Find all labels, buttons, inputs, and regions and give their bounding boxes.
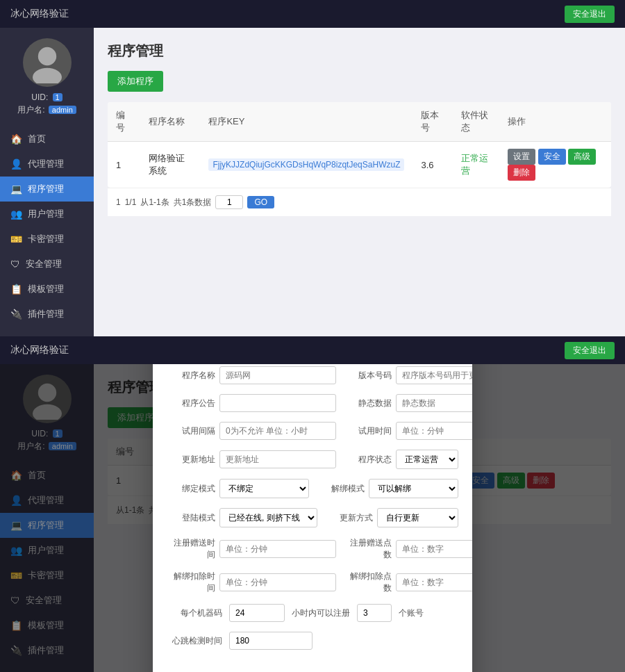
app-title-2: 冰心网络验证 xyxy=(10,344,69,357)
plugin-icon: 🔌 xyxy=(10,309,22,320)
form-row-reg-gift: 注册赠送时间 注册赠送点数 xyxy=(167,537,458,561)
form-trial-interval-half: 试用间隔 xyxy=(167,422,336,440)
app-title: 冰心网络验证 xyxy=(10,8,69,20)
agent-icon: 👤 xyxy=(10,158,22,170)
add-program-button[interactable]: 添加程序 xyxy=(108,71,163,92)
form-unbind-mode-half: 解绑模式 可以解绑 不可解绑 xyxy=(316,479,458,498)
unbind-deduct-points-label: 解绑扣除点数 xyxy=(343,571,392,594)
reg-gift-time-label: 注册赠送时间 xyxy=(167,537,215,561)
form-row-heartbeat: 心跳检测时间 xyxy=(167,632,458,650)
form-row-bind: 绑定模式 不绑定 绑定 解绑模式 可以解绑 不可解绑 xyxy=(167,479,458,498)
hour-register-input[interactable] xyxy=(357,604,392,622)
advanced-button[interactable]: 高级 xyxy=(568,149,596,165)
row-version: 3.6 xyxy=(412,142,453,188)
unbind-mode-label: 解绑模式 xyxy=(316,483,365,495)
page-number-input[interactable] xyxy=(215,195,243,209)
row-status: 正常运营 xyxy=(453,142,499,188)
row-name: 网络验证系统 xyxy=(140,142,201,188)
reg-gift-points-input[interactable] xyxy=(396,540,472,558)
unbind-deduct-points-input[interactable] xyxy=(396,573,472,591)
sidebar-item-program[interactable]: 💻 程序管理 xyxy=(0,177,94,202)
form-row-name-version: 程序名称 版本号码 xyxy=(167,366,458,384)
heartbeat-input[interactable] xyxy=(229,632,312,650)
col-action: 操作 xyxy=(499,102,611,142)
sidebar-item-card[interactable]: 🎫 卡密管理 xyxy=(0,227,94,252)
modal-body: 程序名称 版本号码 程序公告 xyxy=(153,364,472,672)
notice-label: 程序公告 xyxy=(167,398,215,409)
program-icon: 💻 xyxy=(10,183,22,195)
update-method-label: 更新方式 xyxy=(324,512,373,524)
trial-interval-input[interactable] xyxy=(219,422,336,440)
form-unbind-deduct-points-half: 解绑扣除点数 xyxy=(343,571,472,594)
svg-point-0 xyxy=(38,47,56,65)
notice-input[interactable] xyxy=(219,394,336,412)
update-method-select[interactable]: 自行更新 强制更新 xyxy=(377,508,458,527)
sidebar-item-agent[interactable]: 👤 代理管理 xyxy=(0,151,94,177)
form-reg-gift-points-half: 注册赠送点数 xyxy=(343,537,472,561)
uid-row: UID: 1 xyxy=(31,92,62,102)
row-id: 1 xyxy=(108,142,140,188)
login-mode-label: 登陆模式 xyxy=(167,512,215,524)
modal-overlay: 添加程序 × 程序名称 版本号码 xyxy=(0,364,625,672)
unbind-mode-select[interactable]: 可以解绑 不可解绑 xyxy=(369,479,458,498)
form-trial-time-half: 试用时间 xyxy=(343,422,472,440)
hour-register-label: 小时内可以注册 xyxy=(292,607,350,619)
program-status-select[interactable]: 正常运营 停止运营 xyxy=(396,450,458,469)
program-table: 编号 程序名称 程序KEY 版本号 软件状态 操作 1 网络验证系统 xyxy=(108,102,611,188)
delete-button[interactable]: 删除 xyxy=(508,165,535,181)
update-addr-input[interactable] xyxy=(219,450,336,468)
col-version: 版本号 xyxy=(412,102,453,142)
unbind-deduct-time-input[interactable] xyxy=(219,573,336,591)
program-status-label: 程序状态 xyxy=(343,454,392,466)
form-program-status-half: 程序状态 正常运营 停止运营 xyxy=(343,450,458,469)
settings-button[interactable]: 设置 xyxy=(508,149,535,165)
form-login-mode-half: 登陆模式 已经在线, 则挤下线 拒绝登录 xyxy=(167,508,317,527)
template-icon: 📋 xyxy=(10,284,22,295)
trial-time-label: 试用时间 xyxy=(343,425,392,437)
program-name-input[interactable] xyxy=(219,366,336,384)
unbind-deduct-time-label: 解绑扣除时间 xyxy=(167,571,215,594)
sidebar-item-home[interactable]: 🏠 首页 xyxy=(0,126,94,151)
form-row-update-status: 更新地址 程序状态 正常运营 停止运营 xyxy=(167,450,458,469)
sidebar-item-plugin[interactable]: 🔌 插件管理 xyxy=(0,302,94,327)
sidebar-item-template[interactable]: 📋 模板管理 xyxy=(0,277,94,302)
top-bar-2: 冰心网络验证 安全退出 xyxy=(0,336,625,364)
form-unbind-deduct-time-half: 解绑扣除时间 xyxy=(167,571,336,594)
svg-point-1 xyxy=(33,68,62,83)
col-name: 程序名称 xyxy=(140,102,201,142)
form-update-addr-half: 更新地址 xyxy=(167,450,336,468)
form-bind-mode-half: 绑定模式 不绑定 绑定 xyxy=(167,479,309,498)
version-input[interactable] xyxy=(396,366,472,384)
name-label: 程序名称 xyxy=(167,370,215,382)
table-row: 1 网络验证系统 FjjyKJJZdQiujGcKKGDsHqWqP8izqtJ… xyxy=(108,142,611,188)
avatar xyxy=(23,38,72,87)
login-mode-select[interactable]: 已经在线, 则挤下线 拒绝登录 xyxy=(219,508,317,527)
reg-gift-time-input[interactable] xyxy=(219,540,336,558)
form-name-half: 程序名称 xyxy=(167,366,336,384)
go-button[interactable]: GO xyxy=(247,196,274,208)
sidebar-item-security[interactable]: 🛡 安全管理 xyxy=(0,252,94,277)
sidebar-item-user[interactable]: 👥 用户管理 xyxy=(0,202,94,227)
static-label: 静态数据 xyxy=(343,398,392,409)
form-reg-gift-time-half: 注册赠送时间 xyxy=(167,537,336,561)
page-count: 共1条数据 xyxy=(174,197,212,208)
form-static-half: 静态数据 xyxy=(343,394,472,412)
nav-menu: 🏠 首页 👤 代理管理 💻 程序管理 👥 用户管理 xyxy=(0,126,94,327)
user-icon: 👥 xyxy=(10,208,22,220)
card-icon: 🎫 xyxy=(10,233,22,245)
security-icon: 🛡 xyxy=(10,259,20,270)
bind-mode-select[interactable]: 不绑定 绑定 xyxy=(219,479,309,498)
page-range: 从1-1条 xyxy=(140,197,169,208)
each-machine-input[interactable] xyxy=(229,604,285,622)
update-addr-label: 更新地址 xyxy=(167,454,215,466)
form-notice-half: 程序公告 xyxy=(167,394,336,412)
row-actions: 设置 安全 高级 删除 xyxy=(499,142,611,188)
reg-gift-points-label: 注册赠送点数 xyxy=(343,537,392,561)
trial-time-input[interactable] xyxy=(396,422,472,440)
static-input[interactable] xyxy=(396,394,472,412)
page-title: 程序管理 xyxy=(108,42,611,60)
top-bar: 冰心网络验证 安全退出 xyxy=(0,0,625,28)
safe-button[interactable]: 安全 xyxy=(538,149,566,165)
logout-button[interactable]: 安全退出 xyxy=(565,6,615,23)
logout-button-2[interactable]: 安全退出 xyxy=(565,342,615,359)
